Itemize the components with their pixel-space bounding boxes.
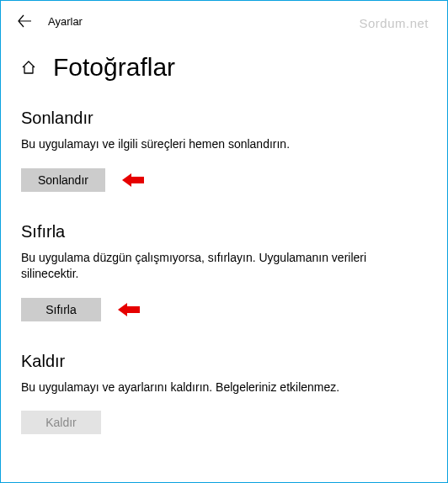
uninstall-section: Kaldır Bu uygulamayı ve ayarlarını kaldı… [21,352,424,435]
back-button[interactable] [16,13,33,29]
arrow-left-red-icon [116,300,141,319]
uninstall-header: Kaldır [21,352,424,371]
terminate-description: Bu uygulamayı ve ilgili süreçleri hemen … [21,136,424,153]
uninstall-button: Kaldır [21,411,101,434]
home-icon[interactable] [19,58,38,77]
reset-header: Sıfırla [21,222,424,242]
annotation-arrow [120,171,146,189]
content-area: Sonlandır Bu uygulamayı ve ilgili süreçl… [1,88,447,434]
terminate-section: Sonlandır Bu uygulamayı ve ilgili süreçl… [21,109,424,192]
reset-action-row: Sıfırla [21,298,424,321]
page-title-row: Fotoğraflar [1,29,447,88]
home-icon-svg [20,59,37,76]
uninstall-description: Bu uygulamayı ve ayarlarını kaldırın. Be… [21,380,424,396]
page-title: Fotoğraflar [53,53,175,82]
annotation-arrow [116,300,141,319]
reset-section: Sıfırla Bu uygulama düzgün çalışmıyorsa,… [21,222,424,321]
terminate-button[interactable]: Sonlandır [21,168,105,192]
uninstall-action-row: Kaldır [21,411,424,434]
terminate-header: Sonlandır [21,109,424,128]
arrow-left-red-icon [120,171,146,189]
header-title: Ayarlar [48,15,83,28]
reset-button[interactable]: Sıfırla [21,298,101,321]
arrow-left-icon [17,13,32,29]
watermark-text: Sordum.net [359,16,429,30]
reset-description: Bu uygulama düzgün çalışmıyorsa, sıfırla… [21,250,424,283]
terminate-action-row: Sonlandır [21,168,424,192]
